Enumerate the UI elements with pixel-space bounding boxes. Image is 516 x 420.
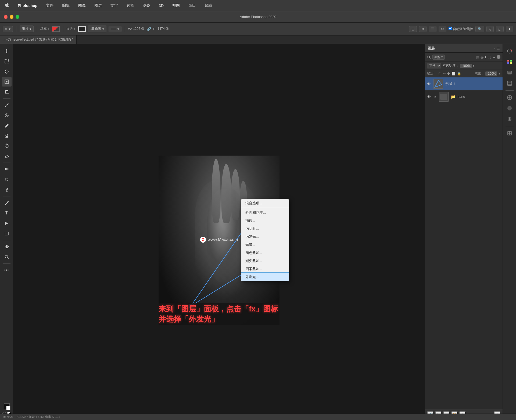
more-tools-button[interactable]: ••• xyxy=(2,265,12,275)
auto-add-delete-checkbox[interactable] xyxy=(449,27,452,30)
menu-layer[interactable]: 图层 xyxy=(93,3,103,9)
background-color[interactable] xyxy=(6,406,10,410)
path-selection-tool[interactable] xyxy=(2,218,12,228)
close-button[interactable] xyxy=(4,15,8,19)
channels-icon[interactable] xyxy=(505,78,514,88)
filter-adjustment-icon[interactable]: ◎ xyxy=(481,55,483,59)
layer-item-hand[interactable]: 👁 ▶ 📁 hand xyxy=(425,90,503,103)
lock-transparent-icon[interactable]: ⬚ xyxy=(438,72,441,76)
menu-photoshop[interactable]: Photoshop xyxy=(16,3,39,8)
brush-preset-icon[interactable] xyxy=(505,114,514,124)
menu-edit[interactable]: 编辑 xyxy=(60,3,71,9)
tab-close-icon[interactable]: × xyxy=(3,38,5,41)
hand-tool[interactable] xyxy=(2,242,12,252)
ctx-satin[interactable]: 光泽... xyxy=(241,241,289,249)
settings-button[interactable]: ⚙ xyxy=(439,26,446,32)
gradient-tool[interactable] xyxy=(2,164,12,174)
layer-visibility-icon-shape1[interactable]: 👁 xyxy=(427,82,431,86)
ctx-inner-shadow[interactable]: 内阴影... xyxy=(241,225,289,233)
brush-tool[interactable] xyxy=(2,121,12,130)
panel-menu-icon[interactable]: ☰ xyxy=(497,46,500,50)
adjustments-icon[interactable] xyxy=(505,93,514,102)
layer-item-shape1[interactable]: 👁 形状 1 xyxy=(425,77,503,90)
ctx-pattern-overlay[interactable]: 图案叠加... xyxy=(241,265,289,273)
object-selection-tool[interactable] xyxy=(2,77,12,87)
tool-mode-button[interactable]: ✏ ▾ xyxy=(3,26,13,32)
panel-toggle-button[interactable]: Q xyxy=(486,26,494,32)
warp-button[interactable]: ⊕ xyxy=(419,26,427,32)
lock-position-icon[interactable]: ✚ xyxy=(447,72,450,76)
ctx-stroke[interactable]: 描边... xyxy=(241,217,289,225)
eraser-tool[interactable] xyxy=(2,151,12,161)
filter-shape-icon[interactable]: ⬚ xyxy=(488,55,491,59)
transform-button[interactable]: ⬚ xyxy=(409,26,417,32)
ctx-inner-glow[interactable]: 内发光... xyxy=(241,233,289,241)
menu-select[interactable]: 选择 xyxy=(125,3,136,9)
canvas-area[interactable]: Z www.MacZ.com 来到「图层」面板，点击「fx」图标并选择「外发光」 xyxy=(13,44,425,420)
filter-smart-icon[interactable]: ☁ xyxy=(492,55,496,59)
menu-help[interactable]: 帮助 xyxy=(203,3,214,9)
workspace-button[interactable]: ⬚ xyxy=(496,26,504,32)
search-button[interactable]: 🔍 xyxy=(475,26,484,32)
menu-window[interactable]: 窗口 xyxy=(187,3,198,9)
stroke-size-button[interactable]: 15 像素 ▾ xyxy=(88,26,106,32)
menu-image[interactable]: 图像 xyxy=(77,3,87,9)
filter-type-text-icon[interactable]: T xyxy=(485,55,487,59)
filter-on-toggle[interactable] xyxy=(497,55,500,59)
fill-input[interactable] xyxy=(485,71,497,76)
apple-menu[interactable] xyxy=(3,2,11,9)
color-panel-icon[interactable] xyxy=(505,46,514,56)
opacity-arrow[interactable]: ▾ xyxy=(473,64,474,68)
link-icon[interactable]: 🔗 xyxy=(146,27,151,31)
lock-image-icon[interactable]: ✏ xyxy=(443,72,446,76)
blend-mode-select[interactable]: 正常 xyxy=(427,63,441,69)
stroke-swatch[interactable] xyxy=(78,26,86,32)
layer-expand-icon-hand[interactable]: ▶ xyxy=(435,95,437,98)
ctx-bevel-emboss[interactable]: 斜面和浮雕... xyxy=(241,209,289,217)
document-tab[interactable]: × (C) neon-effect.psd @ 32% (形状 1, RGB/8… xyxy=(0,35,77,44)
lasso-tool[interactable] xyxy=(2,67,12,76)
fill-swatch[interactable] xyxy=(52,26,60,32)
menu-filter[interactable]: 滤镜 xyxy=(141,3,152,9)
menu-text[interactable]: 文字 xyxy=(109,3,120,9)
lock-all-icon[interactable]: 🔒 xyxy=(457,72,461,76)
stamp-tool[interactable] xyxy=(2,131,12,141)
layers-icon[interactable] xyxy=(505,68,514,77)
foreground-color[interactable] xyxy=(4,403,10,409)
blur-tool[interactable] xyxy=(2,175,12,184)
swatches-panel-icon[interactable] xyxy=(505,57,514,67)
ctx-blend-options[interactable]: 混合选项... xyxy=(241,199,289,207)
ctx-gradient-overlay[interactable]: 渐变叠加... xyxy=(241,257,289,265)
menu-file[interactable]: 文件 xyxy=(44,3,55,9)
filter-type-button[interactable]: 类型 ▾ xyxy=(432,55,445,60)
layer-visibility-icon-hand[interactable]: 👁 xyxy=(427,95,431,99)
panel-expand-icon[interactable]: » xyxy=(493,46,495,50)
spot-healing-tool[interactable] xyxy=(2,110,12,120)
marquee-tool[interactable] xyxy=(2,56,12,66)
ctx-color-overlay[interactable]: 颜色叠加... xyxy=(241,249,289,257)
maximize-button[interactable] xyxy=(16,15,19,19)
minimize-button[interactable] xyxy=(10,15,13,19)
zoom-tool[interactable] xyxy=(2,252,12,262)
eyedropper-tool[interactable] xyxy=(2,100,12,110)
dodge-tool[interactable] xyxy=(2,185,12,195)
properties-icon[interactable]: i xyxy=(505,103,514,113)
menu-view[interactable]: 视图 xyxy=(171,3,181,9)
type-tool[interactable]: T xyxy=(2,208,12,218)
stroke-style-button[interactable]: ▾ xyxy=(109,26,121,32)
lock-artboard-icon[interactable]: ⬜ xyxy=(452,72,456,76)
fill-arrow[interactable]: ▾ xyxy=(499,72,500,76)
filter-pixel-icon[interactable]: ▤ xyxy=(476,55,479,59)
move-tool[interactable] xyxy=(2,46,12,56)
transform-controls-icon[interactable] xyxy=(505,128,514,138)
shape-mode-button[interactable]: 形状 ▾ xyxy=(20,26,34,32)
shape-tool[interactable] xyxy=(2,229,12,238)
crop-tool[interactable] xyxy=(2,87,12,97)
history-brush-tool[interactable] xyxy=(2,141,12,151)
pen-tool[interactable] xyxy=(2,198,12,208)
align-button[interactable]: ☰ xyxy=(429,26,436,32)
ctx-outer-glow[interactable]: 外发光... xyxy=(241,273,289,281)
menu-3d[interactable]: 3D xyxy=(157,3,165,8)
opacity-input[interactable]: 100% xyxy=(460,64,472,68)
share-button[interactable]: ⬆ xyxy=(506,26,513,32)
